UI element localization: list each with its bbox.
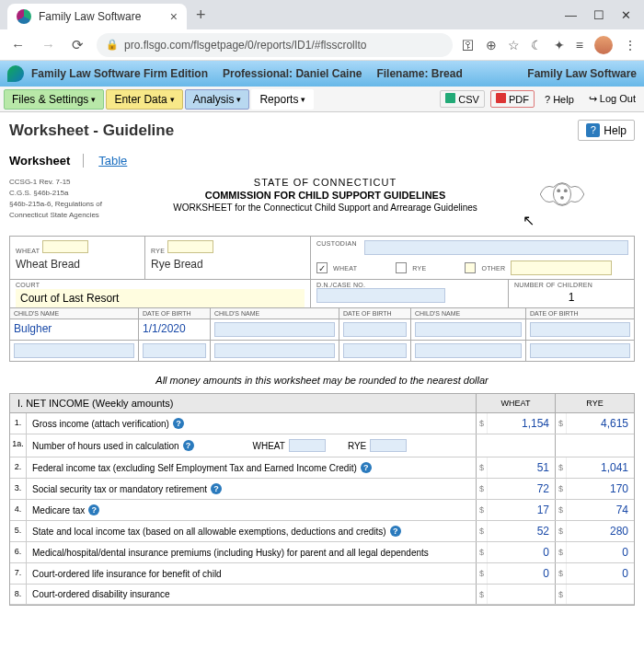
amount-cell[interactable]: $4,615: [555, 413, 634, 434]
analysis-menu[interactable]: Analysis▾: [185, 89, 250, 110]
csv-export-button[interactable]: CSV: [440, 90, 485, 108]
subtabs: Worksheet Table: [9, 154, 635, 168]
toolbar: Files & Settings▾ Enter Data▾ Analysis▾ …: [0, 87, 644, 112]
rounding-note: All money amounts in this worksheet may …: [9, 375, 635, 386]
extensions-icon[interactable]: ✦: [554, 38, 565, 52]
amount-cell[interactable]: $72: [476, 479, 555, 499]
help-icon[interactable]: ?: [173, 418, 184, 429]
help-icon[interactable]: ?: [183, 440, 194, 451]
enter-data-menu[interactable]: Enter Data▾: [106, 89, 182, 110]
page-help-button[interactable]: ?Help: [578, 120, 635, 141]
child2-dob-input[interactable]: [143, 343, 206, 358]
income-section-label: I. NET INCOME (Weekly amounts): [10, 394, 476, 412]
child5-name-input[interactable]: [415, 322, 522, 337]
child3-name-input[interactable]: [214, 322, 335, 337]
amount-cell[interactable]: $17: [476, 500, 555, 520]
amount-cell[interactable]: $74: [555, 500, 634, 520]
row-description: Number of hours used in calculation?WHEA…: [27, 434, 476, 457]
child3-dob-input[interactable]: [343, 322, 407, 337]
close-window-icon[interactable]: ✕: [621, 8, 631, 22]
amount-cell[interactable]: $: [476, 585, 555, 604]
playlist-icon[interactable]: ≡: [576, 38, 583, 52]
help-icon[interactable]: ?: [390, 526, 401, 537]
amount-cell[interactable]: $0: [555, 542, 634, 562]
profile-avatar[interactable]: [594, 36, 613, 54]
zoom-icon[interactable]: ⊕: [486, 38, 497, 52]
hours-rye-input[interactable]: [370, 439, 407, 452]
amount-cell[interactable]: $0: [476, 542, 555, 562]
child1-dob[interactable]: 1/1/2020: [143, 319, 186, 335]
help-icon[interactable]: ?: [88, 504, 99, 515]
moon-icon[interactable]: ☾: [531, 38, 543, 52]
income-row: 3.Social security tax or mandatory retir…: [10, 479, 634, 500]
party2-name: Rye Bread: [151, 255, 305, 271]
kebab-menu-icon[interactable]: ⋮: [624, 38, 637, 52]
maximize-icon[interactable]: ☐: [593, 8, 604, 22]
amount-cell[interactable]: $1,154: [476, 413, 555, 434]
party1-code-input[interactable]: [42, 240, 88, 253]
party2-code-input[interactable]: [167, 240, 213, 253]
child5-dob-input[interactable]: [530, 322, 630, 337]
help-icon[interactable]: ?: [211, 483, 222, 494]
row-description: Social security tax or mandatory retirem…: [27, 479, 476, 499]
star-icon[interactable]: ☆: [508, 38, 520, 52]
amount-cell[interactable]: $: [555, 585, 634, 604]
browser-tab[interactable]: Family Law Software ×: [7, 4, 187, 29]
amount-cell[interactable]: $0: [555, 563, 634, 584]
child4-dob-input[interactable]: [343, 343, 407, 358]
amount-cell[interactable]: $0: [476, 563, 555, 584]
row-description: Federal income tax (excluding Self Emplo…: [27, 457, 476, 478]
back-button[interactable]: ←: [7, 35, 29, 54]
close-icon[interactable]: ×: [170, 9, 178, 24]
row-description: Court-ordered life insurance for benefit…: [27, 563, 476, 584]
custodian-rye-checkbox[interactable]: [396, 262, 407, 273]
forward-button[interactable]: →: [38, 35, 59, 54]
new-tab-button[interactable]: +: [196, 6, 206, 25]
key-icon[interactable]: ⚿: [462, 38, 475, 52]
doc-heading: STATE OF CONNECTICUT COMMISSION FOR CHIL…: [115, 177, 535, 221]
row-number: 8.: [10, 585, 27, 604]
child6-dob-input[interactable]: [530, 343, 630, 358]
income-row: 7.Court-ordered life insurance for benef…: [10, 563, 634, 585]
help-icon: ?: [586, 123, 600, 137]
logout-button[interactable]: ↪ Log Out: [584, 91, 640, 107]
col-wheat: WHEAT: [476, 394, 555, 412]
party1-name: Wheat Bread: [16, 255, 139, 271]
amount-cell[interactable]: [476, 434, 555, 457]
chevron-down-icon: ▾: [236, 95, 241, 104]
tab-table[interactable]: Table: [98, 154, 127, 168]
row-number: 1a.: [10, 434, 27, 457]
url-field[interactable]: 🔒 pro.flsgo.com/flsgetpage/0/reports/ID1…: [97, 33, 453, 57]
income-row: 5.State and local income tax (based on a…: [10, 521, 634, 542]
reload-button[interactable]: ⟳: [68, 35, 87, 55]
child4-name-input[interactable]: [214, 343, 335, 358]
amount-cell[interactable]: $51: [476, 457, 555, 478]
amount-cell[interactable]: $280: [555, 521, 634, 541]
help-icon[interactable]: ?: [361, 462, 372, 473]
custodian-wheat-checkbox[interactable]: ✓: [316, 262, 328, 273]
minimize-icon[interactable]: —: [565, 8, 577, 22]
row-number: 5.: [10, 521, 27, 541]
reports-menu[interactable]: Reports▾: [251, 89, 314, 110]
doc-references: CCSG-1 Rev. 7-15 C.G.S. §46b-215a §46b-2…: [9, 177, 115, 221]
court-value[interactable]: Court of Last Resort: [16, 289, 305, 307]
custodian-other-input[interactable]: [511, 261, 612, 275]
amount-cell[interactable]: $52: [476, 521, 555, 541]
files-settings-menu[interactable]: Files & Settings▾: [4, 89, 104, 110]
child2-name-input[interactable]: [14, 343, 134, 358]
tab-worksheet[interactable]: Worksheet: [9, 154, 84, 168]
pdf-export-button[interactable]: PDF: [490, 90, 535, 108]
help-link[interactable]: ? Help: [540, 92, 579, 107]
child6-name-input[interactable]: [415, 343, 522, 358]
amount-cell[interactable]: [555, 434, 634, 457]
custodian-other-checkbox[interactable]: [465, 262, 476, 273]
case-number-input[interactable]: [316, 288, 445, 303]
svg-point-0: [554, 184, 571, 205]
hours-wheat-input[interactable]: [289, 439, 326, 452]
amount-cell[interactable]: $170: [555, 479, 634, 499]
amount-cell[interactable]: $1,041: [555, 457, 634, 478]
child1-name[interactable]: Bulgher: [14, 319, 52, 335]
row-description: State and local income tax (based on all…: [27, 521, 476, 541]
income-row: 1.Gross income (attach verification)?$1,…: [10, 413, 634, 434]
custodian-input[interactable]: [364, 240, 628, 255]
